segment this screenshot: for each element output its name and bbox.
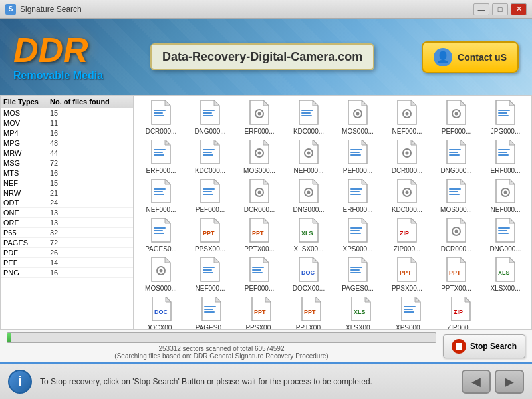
file-label: KDC000...: [384, 206, 430, 213]
grid-item[interactable]: NEF000...: [186, 255, 235, 293]
grid-item[interactable]: PAGES0...: [136, 216, 186, 254]
grid-item[interactable]: ERF000...: [235, 98, 284, 136]
list-item[interactable]: PNG16: [1, 268, 133, 278]
svg-marker-160: [165, 257, 170, 263]
back-button[interactable]: ◀: [462, 370, 491, 394]
list-item[interactable]: P6532: [1, 228, 133, 238]
grid-item[interactable]: PEF000...: [235, 255, 284, 293]
grid-item[interactable]: NEF000...: [136, 177, 186, 215]
grid-item[interactable]: DNG000...: [481, 216, 530, 254]
maximize-button[interactable]: □: [492, 3, 508, 15]
list-item[interactable]: ONE13: [1, 208, 133, 218]
grid-item[interactable]: PPT PPSX00...: [186, 216, 235, 254]
grid-item[interactable]: PAGES0...: [333, 255, 382, 293]
svg-marker-218: [465, 297, 470, 302]
forward-button[interactable]: ▶: [495, 370, 524, 394]
grid-item[interactable]: ZIP ZIP000...: [382, 216, 432, 254]
grid-item[interactable]: KDC000...: [530, 138, 531, 176]
grid-item[interactable]: DNG000...: [432, 138, 481, 176]
svg-text:PPT: PPT: [203, 230, 215, 237]
grid-item[interactable]: DCR000...: [235, 177, 284, 215]
grid-item[interactable]: NEF000...: [382, 98, 432, 136]
list-item[interactable]: ORF13: [1, 218, 133, 228]
grid-item[interactable]: ERF000...: [136, 138, 186, 176]
file-count-label: 13: [50, 219, 130, 227]
grid-item[interactable]: XPS000...: [530, 255, 531, 293]
file-label: NEF000...: [384, 128, 430, 135]
grid-item[interactable]: XLS XLSX00...: [284, 216, 333, 254]
list-item[interactable]: MRW44: [1, 148, 133, 158]
grid-item[interactable]: ERF000...: [481, 138, 530, 176]
file-icon: [347, 257, 368, 283]
file-icon: [298, 178, 319, 205]
grid-item[interactable]: PPT PPSX00...: [236, 295, 286, 329]
minimize-button[interactable]: —: [473, 3, 489, 15]
grid-item[interactable]: DNG000...: [284, 177, 333, 215]
list-item[interactable]: NEF15: [1, 178, 133, 188]
grid-item[interactable]: MOS000...: [136, 255, 186, 293]
grid-item[interactable]: NEF000...: [481, 177, 530, 215]
grid-item[interactable]: MOS000...: [333, 98, 382, 136]
grid-item[interactable]: PEF000...: [333, 138, 382, 176]
file-label: DNG000...: [187, 128, 233, 135]
grid-item[interactable]: KDC000...: [382, 177, 432, 215]
list-item[interactable]: MTS16: [1, 168, 133, 178]
file-icon: PPT: [200, 217, 221, 244]
list-item[interactable]: PDF26: [1, 248, 133, 258]
grid-item[interactable]: MOS000...: [432, 177, 481, 215]
svg-marker-56: [313, 140, 318, 145]
grid-item[interactable]: PEF000...: [186, 177, 235, 215]
grid-item[interactable]: KDC000...: [186, 138, 235, 176]
grid-item[interactable]: XPS000...: [333, 216, 382, 254]
grid-item[interactable]: PEF000...: [432, 98, 481, 136]
grid-item[interactable]: PPT PPTX00...: [432, 255, 481, 293]
grid-item[interactable]: DCR000...: [530, 98, 531, 136]
file-label: PAGES0...: [188, 324, 235, 329]
file-list-scroll[interactable]: MOS15MOV11MP416MPG48MRW44MSG72MTS16NEF15…: [1, 108, 133, 329]
file-label: PPTX00...: [236, 245, 283, 253]
list-item[interactable]: PAGES72: [1, 238, 133, 248]
grid-item[interactable]: DOC DOCX00...: [284, 255, 333, 293]
grid-item[interactable]: DNG000...: [186, 98, 235, 136]
file-label: NEF000...: [187, 285, 233, 292]
list-item[interactable]: ODT24: [1, 198, 133, 208]
file-grid-panel[interactable]: DCR000... DNG000... ERF000... KDC000... …: [134, 96, 531, 329]
grid-item[interactable]: XLS XLSX00...: [481, 255, 530, 293]
list-item[interactable]: MPG48: [1, 138, 133, 148]
list-item[interactable]: MP416: [1, 128, 133, 138]
stop-search-button[interactable]: Stop Search: [443, 334, 525, 358]
grid-item[interactable]: ZIP ZIP000...: [436, 295, 485, 329]
grid-item[interactable]: DCR000...: [432, 216, 481, 254]
grid-item[interactable]: KDC000...: [284, 98, 333, 136]
website-section: Data-Recovery-Digital-Camera.com: [150, 43, 374, 70]
svg-rect-18: [301, 115, 312, 116]
grid-item[interactable]: XLS XLSX00...: [336, 295, 386, 329]
list-item[interactable]: NRW21: [1, 188, 133, 198]
grid-item[interactable]: PAGES0...: [186, 295, 236, 329]
list-item[interactable]: PEF14: [1, 258, 133, 268]
list-item[interactable]: MSG72: [1, 158, 133, 168]
grid-item[interactable]: PPT PPTX00...: [286, 295, 336, 329]
list-item[interactable]: MOS15: [1, 108, 133, 118]
grid-item[interactable]: ERF000...: [333, 177, 382, 215]
file-icon: [495, 217, 516, 244]
grid-item[interactable]: PEF000...: [530, 177, 531, 215]
file-type-label: MSG: [3, 159, 50, 167]
svg-point-30: [455, 112, 458, 116]
grid-item[interactable]: DCR000...: [382, 138, 432, 176]
svg-marker-169: [263, 257, 269, 263]
grid-item[interactable]: DOC DOCX00...: [136, 295, 186, 329]
list-item[interactable]: MOV11: [1, 118, 133, 128]
file-count-label: 48: [50, 139, 130, 147]
file-label: DCR000...: [384, 167, 430, 174]
grid-item[interactable]: DCR000...: [136, 98, 186, 136]
close-button[interactable]: ✕: [511, 3, 527, 15]
grid-item[interactable]: JPG000...: [481, 98, 530, 136]
grid-item[interactable]: PPT PPTX00...: [235, 216, 284, 254]
grid-item[interactable]: ERF000...: [530, 216, 531, 254]
grid-item[interactable]: PPT PPSX00...: [382, 255, 432, 293]
grid-item[interactable]: XPS000...: [386, 295, 436, 329]
contact-button[interactable]: 👤 Contact uS: [422, 41, 519, 73]
grid-item[interactable]: MOS000...: [235, 138, 284, 176]
grid-item[interactable]: NEF000...: [284, 138, 333, 176]
